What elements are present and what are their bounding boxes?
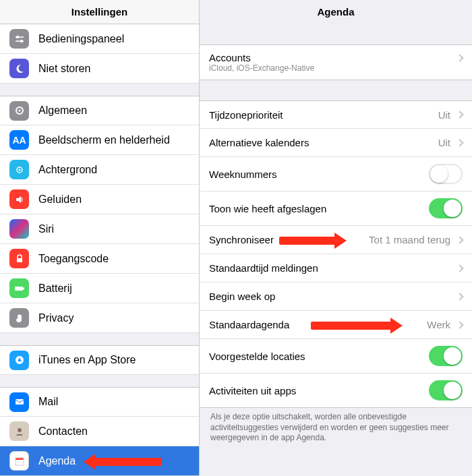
svg-rect-9 bbox=[15, 287, 23, 291]
sidebar-item-sounds[interactable]: Geluiden bbox=[0, 185, 199, 214]
accounts-sub: iCloud, iOS-Exchange-Native bbox=[209, 63, 314, 73]
sidebar-label: Beeldscherm en helderheid bbox=[38, 134, 189, 146]
calendar-icon bbox=[9, 451, 29, 471]
svg-point-13 bbox=[18, 428, 22, 432]
row-timezone[interactable]: Tijdzoneprioriteit Uit bbox=[200, 100, 472, 129]
svg-point-7 bbox=[18, 169, 20, 171]
defaultcal-label: Standaardagenda bbox=[209, 319, 427, 330]
svg-rect-10 bbox=[23, 287, 24, 289]
svg-rect-3 bbox=[16, 40, 24, 42]
row-defaultcal[interactable]: Standaardagenda Werk bbox=[200, 311, 472, 339]
settings-sidebar: Instellingen Bedieningspaneel Niet store… bbox=[0, 0, 200, 476]
timezone-value: Uit bbox=[438, 109, 450, 121]
accounts-label: Accounts bbox=[209, 52, 454, 63]
speaker-icon bbox=[9, 189, 29, 209]
weekstart-label: Begin week op bbox=[209, 291, 454, 302]
sidebar-label: Privacy bbox=[38, 312, 189, 324]
moon-icon bbox=[9, 59, 29, 78]
sidebar-item-battery[interactable]: Batterij bbox=[0, 274, 199, 303]
sugloc-label: Voorgestelde locaties bbox=[209, 351, 429, 362]
contacts-icon bbox=[9, 421, 29, 441]
svg-rect-15 bbox=[16, 460, 24, 465]
detail-title: Agenda bbox=[200, 0, 472, 24]
sidebar-item-control-center[interactable]: Bedieningspaneel bbox=[0, 24, 199, 54]
footer-note: Als je deze optie uitschakelt, worden al… bbox=[200, 408, 472, 452]
row-alerts[interactable]: Standaardtijd meldingen bbox=[200, 254, 472, 282]
sidebar-title: Instellingen bbox=[0, 0, 199, 24]
row-weekstart[interactable]: Begin week op bbox=[200, 282, 472, 311]
chevron-right-icon bbox=[456, 264, 463, 272]
row-sync[interactable]: Synchroniseer Tot 1 maand terug bbox=[200, 226, 472, 254]
text-size-icon: AA bbox=[9, 130, 29, 150]
row-appact[interactable]: Activiteiten uit apps bbox=[200, 374, 472, 408]
sidebar-item-do-not-disturb[interactable]: Niet storen bbox=[0, 54, 199, 84]
chevron-right-icon bbox=[456, 111, 463, 118]
mail-icon bbox=[9, 392, 29, 412]
hand-icon bbox=[9, 308, 29, 328]
declined-switch[interactable] bbox=[429, 198, 463, 218]
sugloc-switch[interactable] bbox=[429, 346, 463, 366]
timezone-label: Tijdzoneprioriteit bbox=[209, 109, 438, 121]
sidebar-label: Bedieningspaneel bbox=[38, 33, 189, 45]
lock-icon bbox=[9, 249, 29, 268]
chevron-right-icon bbox=[456, 321, 463, 328]
sidebar-item-privacy[interactable]: Privacy bbox=[0, 303, 199, 333]
sidebar-label: Contacten bbox=[38, 425, 189, 438]
defaultcal-value: Werk bbox=[427, 319, 450, 330]
sidebar-label: Algemeen bbox=[38, 105, 189, 117]
sidebar-item-general[interactable]: Algemeen bbox=[0, 96, 199, 125]
detail-pane: Agenda Accounts iCloud, iOS-Exchange-Nat… bbox=[200, 0, 472, 476]
appact-switch[interactable] bbox=[429, 380, 463, 400]
siri-icon bbox=[9, 219, 29, 239]
svg-rect-12 bbox=[16, 399, 24, 405]
sidebar-item-mail[interactable]: Mail bbox=[0, 387, 199, 417]
accounts-row[interactable]: Accounts iCloud, iOS-Exchange-Native bbox=[200, 44, 472, 80]
declined-label: Toon wie heeft afgeslagen bbox=[209, 203, 429, 214]
sidebar-item-contacts[interactable]: Contacten bbox=[0, 417, 199, 446]
alerts-label: Standaardtijd meldingen bbox=[209, 262, 454, 274]
row-weeknum[interactable]: Weeknummers bbox=[200, 157, 472, 191]
altcal-value: Uit bbox=[438, 137, 450, 148]
sidebar-label: Geluiden bbox=[38, 194, 189, 206]
chevron-right-icon bbox=[456, 293, 463, 300]
chevron-right-icon bbox=[456, 54, 463, 61]
sidebar-label: Agenda bbox=[38, 455, 189, 467]
sidebar-label: Batterij bbox=[38, 282, 189, 295]
sidebar-item-display[interactable]: AA Beeldscherm en helderheid bbox=[0, 125, 199, 155]
sidebar-label: Achtergrond bbox=[38, 164, 189, 176]
row-sugloc[interactable]: Voorgestelde locaties bbox=[200, 339, 472, 374]
altcal-label: Alternatieve kalenders bbox=[209, 137, 438, 148]
sidebar-item-wallpaper[interactable]: Achtergrond bbox=[0, 155, 199, 185]
row-altcal[interactable]: Alternatieve kalenders Uit bbox=[200, 129, 472, 157]
svg-rect-8 bbox=[17, 258, 22, 262]
svg-point-5 bbox=[18, 109, 20, 111]
sidebar-item-appstore[interactable]: iTunes en App Store bbox=[0, 345, 199, 375]
flower-icon bbox=[9, 160, 29, 179]
sidebar-item-siri[interactable]: Siri bbox=[0, 214, 199, 244]
battery-icon bbox=[9, 278, 29, 298]
sidebar-label: Niet storen bbox=[38, 63, 189, 75]
sync-label: Synchroniseer bbox=[209, 234, 369, 245]
gear-icon bbox=[9, 101, 29, 121]
sidebar-item-passcode[interactable]: Toegangscode bbox=[0, 244, 199, 274]
sidebar-label: Toegangscode bbox=[38, 253, 189, 265]
chevron-right-icon bbox=[456, 236, 463, 243]
appact-label: Activiteiten uit apps bbox=[209, 385, 429, 396]
sidebar-item-calendar[interactable]: Agenda bbox=[0, 446, 199, 476]
chevron-right-icon bbox=[456, 139, 463, 146]
sync-value: Tot 1 maand terug bbox=[369, 234, 450, 245]
sliders-icon bbox=[9, 29, 29, 49]
row-declined[interactable]: Toon wie heeft afgeslagen bbox=[200, 191, 472, 226]
sidebar-label: Mail bbox=[38, 396, 189, 408]
weeknum-label: Weeknummers bbox=[209, 169, 429, 180]
weeknum-switch[interactable] bbox=[429, 164, 463, 184]
sidebar-label: Siri bbox=[38, 223, 189, 235]
sidebar-label: iTunes en App Store bbox=[38, 354, 189, 366]
svg-rect-1 bbox=[16, 36, 24, 38]
appstore-icon bbox=[9, 351, 29, 370]
